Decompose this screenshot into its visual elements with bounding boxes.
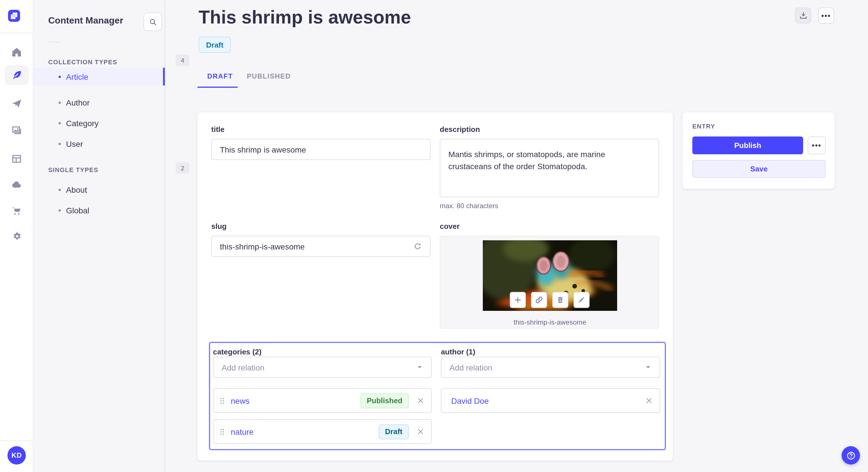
description-textarea[interactable]: Mantis shrimps, or stomatopods, are mari… [440, 139, 659, 197]
add-relation-placeholder: Add relation [222, 363, 265, 372]
nav-marketplace[interactable] [5, 201, 29, 221]
sidebar-item-label: About [66, 185, 87, 194]
relation-link[interactable]: news [231, 396, 249, 405]
strapi-admin: KD Content Manager COLLECTION TYPES 4 Ar… [0, 0, 868, 472]
avatar[interactable]: KD [7, 446, 26, 465]
sidebar-item-label: Global [66, 206, 89, 215]
copy-link-button[interactable] [531, 292, 547, 308]
nav-home[interactable] [5, 42, 29, 62]
entry-more-button[interactable]: ••• [808, 136, 826, 154]
help-button[interactable] [842, 446, 860, 465]
description-label: description [440, 125, 480, 134]
nav-release[interactable] [5, 94, 29, 113]
title-input[interactable]: This shrimp is awesome [211, 139, 431, 160]
relation-status-badge: Draft [379, 424, 409, 439]
categories-label: categories (2) [213, 347, 261, 356]
cover-filename: this-shrimp-is-awesome [440, 318, 660, 326]
author-add-relation-select[interactable]: Add relation [441, 357, 660, 378]
home-icon [11, 46, 22, 58]
tab-published[interactable]: PUBLISHED [247, 72, 291, 80]
active-tab-indicator [197, 87, 238, 88]
nav-deploy[interactable] [5, 175, 29, 195]
nav-content-manager[interactable] [5, 65, 29, 85]
cover-field: this-shrimp-is-awesome [440, 236, 659, 329]
author-field: author (1) Add relation David Doe [441, 343, 660, 451]
paper-plane-icon [11, 98, 22, 109]
sidebar-item-about[interactable]: About [33, 181, 165, 198]
layout-icon [11, 153, 22, 165]
close-icon [645, 397, 653, 404]
page-title: This shrimp is awesome [198, 7, 411, 28]
sidebar-item-global[interactable]: Global [33, 201, 165, 219]
sidebar-item-author[interactable]: Author [33, 94, 165, 111]
author-label: author (1) [441, 347, 475, 356]
sidebar-item-article[interactable]: Article [33, 68, 165, 86]
remove-relation-button[interactable] [417, 397, 424, 404]
remove-relation-button[interactable] [417, 428, 424, 435]
drag-handle-icon[interactable] [220, 429, 224, 434]
relation-item-news: news Published [213, 388, 432, 413]
section-collection-types: COLLECTION TYPES [48, 59, 117, 65]
refresh-icon [413, 242, 422, 250]
categories-add-relation-select[interactable]: Add relation [213, 357, 432, 378]
tab-draft[interactable]: DRAFT [207, 72, 233, 80]
chevron-down-icon [416, 363, 423, 372]
relation-item-author: David Doe [441, 388, 660, 413]
add-asset-button[interactable] [510, 292, 526, 308]
ellipsis-icon: ••• [821, 12, 831, 19]
single-types-count: 2 [176, 162, 189, 174]
cover-label: cover [440, 222, 460, 231]
sidebar-item-category[interactable]: Category [33, 114, 165, 132]
export-button[interactable] [795, 7, 811, 24]
feather-icon [11, 69, 22, 81]
chevron-down-icon [645, 363, 652, 372]
nav-content-type-builder[interactable] [5, 149, 29, 169]
entry-panel: ENTRY Publish ••• Save [683, 112, 835, 189]
sidebar-item-user[interactable]: User [33, 135, 165, 153]
status-badge: Draft [198, 37, 231, 53]
rail-divider-bottom [0, 440, 33, 441]
regenerate-slug-button[interactable] [413, 242, 422, 250]
nav-media-library[interactable] [5, 121, 29, 140]
delete-asset-button[interactable] [552, 292, 568, 308]
icon-rail: KD [0, 0, 33, 472]
bullet-icon [59, 101, 61, 103]
cart-icon [11, 205, 22, 217]
edit-asset-button[interactable] [574, 292, 590, 308]
search-icon [148, 18, 157, 26]
remove-relation-button[interactable] [645, 397, 653, 404]
sidebar-item-label: Article [66, 72, 88, 81]
header-more-button[interactable]: ••• [818, 7, 834, 24]
entry-panel-title: ENTRY [692, 123, 715, 130]
bullet-icon [59, 142, 61, 145]
ellipsis-icon: ••• [812, 142, 821, 149]
question-icon [846, 450, 856, 460]
relation-link[interactable]: nature [231, 427, 253, 436]
panel-title: Content Manager [48, 15, 123, 26]
slug-value: this-shrimp-is-awesome [220, 242, 305, 251]
relation-link[interactable]: David Doe [451, 396, 489, 405]
publish-button[interactable]: Publish [692, 136, 803, 154]
panel-divider [48, 42, 60, 42]
slug-input[interactable]: this-shrimp-is-awesome [211, 236, 431, 257]
cover-toolbar [510, 292, 590, 308]
pencil-icon [578, 296, 586, 304]
search-button[interactable] [144, 12, 162, 31]
sidebar-item-label: User [66, 139, 83, 148]
description-helper: max. 80 characters [440, 202, 498, 210]
relations-group: categories (2) Add relation news Publish… [209, 342, 666, 450]
edit-form-card: title This shrimp is awesome description… [197, 112, 673, 461]
bullet-icon [59, 75, 61, 78]
strapi-logo-icon[interactable] [8, 10, 20, 22]
nav-settings[interactable] [5, 227, 29, 246]
section-single-types: SINGLE TYPES [48, 166, 98, 173]
gear-icon [11, 231, 22, 242]
slug-label: slug [211, 222, 226, 231]
bullet-icon [59, 209, 61, 211]
cloud-icon [11, 179, 22, 191]
drag-handle-icon[interactable] [220, 398, 224, 403]
save-button[interactable]: Save [692, 160, 826, 178]
categories-field: categories (2) Add relation news Publish… [213, 343, 432, 451]
link-icon [535, 296, 543, 304]
download-icon [799, 11, 807, 20]
